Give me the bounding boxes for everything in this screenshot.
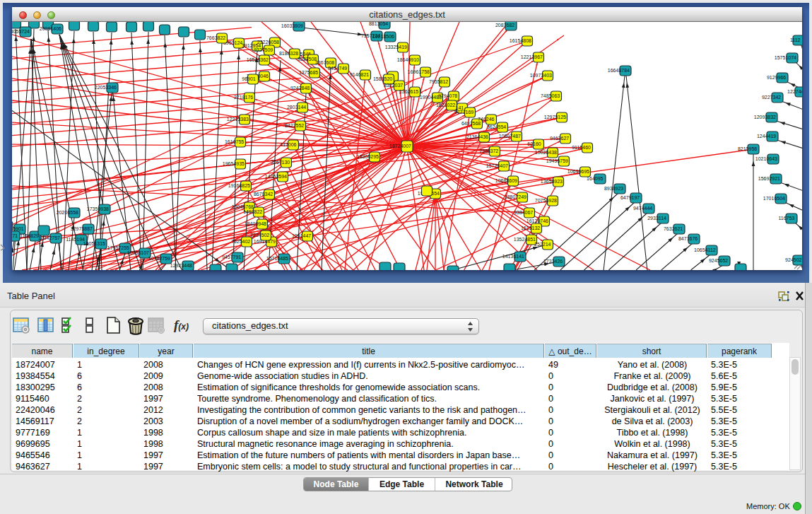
svg-text:7485063: 7485063	[541, 93, 560, 98]
svg-text:7955812: 7955812	[429, 79, 448, 84]
svg-text:14136141: 14136141	[502, 254, 524, 259]
svg-text:1493822: 1493822	[243, 209, 262, 214]
svg-text:9474444: 9474444	[633, 206, 652, 211]
svg-text:2367608: 2367608	[315, 60, 334, 65]
svg-text:15751074: 15751074	[775, 55, 796, 60]
svg-text:10973403: 10973403	[530, 73, 552, 78]
svg-text:9794078: 9794078	[438, 93, 457, 98]
svg-text:98901: 98901	[242, 76, 256, 81]
svg-text:1156829: 1156829	[20, 233, 39, 238]
svg-text:2087682: 2087682	[495, 23, 514, 28]
svg-text:10699695: 10699695	[567, 169, 589, 174]
svg-text:10782759: 10782759	[148, 256, 170, 261]
svg-text:16154808: 16154808	[510, 38, 531, 43]
svg-text:12213967: 12213967	[521, 54, 543, 59]
svg-text:16648784: 16648784	[608, 68, 630, 73]
svg-text:19654935: 19654935	[223, 161, 245, 166]
svg-text:10025438: 10025438	[535, 150, 557, 155]
svg-text:1615132: 1615132	[521, 226, 540, 230]
svg-text:8471676: 8471676	[678, 236, 698, 241]
svg-text:7234502: 7234502	[250, 233, 269, 238]
svg-text:15716485: 15716485	[266, 256, 288, 261]
svg-text:1145194: 1145194	[66, 237, 85, 242]
svg-text:8813054: 8813054	[369, 22, 388, 26]
svg-text:8454749: 8454749	[328, 66, 347, 71]
svg-text:1733426: 1733426	[543, 259, 563, 264]
svg-text:3915171: 3915171	[12, 233, 18, 238]
svg-text:2803144: 2803144	[287, 105, 306, 110]
svg-text:7625402: 7625402	[231, 239, 250, 244]
svg-text:20091406: 20091406	[40, 26, 61, 31]
svg-text:2718176: 2718176	[234, 95, 253, 100]
svg-text:8427552: 8427552	[285, 123, 304, 128]
svg-text:7663822: 7663822	[206, 35, 225, 40]
svg-text:16543362: 16543362	[247, 57, 269, 62]
svg-text:1244419: 1244419	[757, 134, 776, 139]
svg-text:9146821: 9146821	[350, 72, 369, 77]
svg-text:9457791: 9457791	[222, 255, 241, 259]
svg-text:70756928: 70756928	[535, 198, 557, 203]
svg-text:22053346: 22053346	[95, 85, 117, 90]
svg-text:8215958: 8215958	[738, 146, 757, 151]
svg-text:8186328: 8186328	[279, 51, 298, 56]
svg-text:9777169: 9777169	[454, 110, 473, 115]
svg-text:12093832: 12093832	[754, 115, 776, 119]
svg-text:14055724: 14055724	[12, 29, 30, 34]
svg-text:8678342: 8678342	[254, 192, 273, 197]
svg-text:9115460: 9115460	[572, 145, 591, 150]
svg-text:9129966: 9129966	[767, 75, 786, 80]
svg-text:1362615: 1362615	[399, 89, 418, 94]
svg-text:18640910: 18640910	[397, 57, 419, 62]
svg-text:9227342: 9227342	[762, 95, 781, 100]
svg-text:18409948: 18409948	[245, 221, 266, 226]
svg-text:924502: 924502	[785, 257, 801, 262]
svg-text:19166825: 19166825	[228, 183, 250, 188]
svg-text:12975125: 12975125	[544, 115, 566, 119]
svg-text:1375685: 1375685	[299, 70, 318, 75]
svg-text:17359938: 17359938	[87, 206, 109, 211]
svg-text:9384067: 9384067	[514, 210, 533, 215]
svg-text:8322037: 8322037	[384, 83, 403, 88]
svg-text:16961758: 16961758	[408, 69, 430, 74]
svg-text:10807487: 10807487	[499, 134, 521, 139]
svg-text:18724007: 18724007	[389, 144, 411, 148]
svg-text:20206558: 20206558	[57, 210, 78, 215]
svg-text:9242848: 9242848	[290, 86, 310, 90]
svg-text:19495759: 19495759	[546, 158, 568, 163]
svg-text:16033809: 16033809	[281, 23, 303, 28]
svg-text:8938923: 8938923	[604, 186, 623, 191]
svg-text:7386372: 7386372	[479, 148, 498, 153]
svg-text:6497568: 6497568	[461, 121, 481, 126]
svg-text:17957255: 17957255	[107, 245, 129, 250]
svg-text:9245652: 9245652	[709, 258, 728, 263]
svg-text:746246: 746246	[478, 117, 494, 122]
svg-text:9327508: 9327508	[298, 57, 317, 62]
svg-text:1621022: 1621022	[436, 103, 455, 107]
svg-text:2933114: 2933114	[647, 216, 666, 221]
svg-text:417006: 417006	[280, 142, 296, 147]
svg-text:23226058: 23226058	[257, 40, 279, 45]
svg-text:13524851: 13524851	[514, 237, 536, 242]
svg-text:15046768: 15046768	[232, 204, 254, 209]
svg-text:15051315: 15051315	[83, 241, 105, 246]
svg-text:62160: 62160	[527, 141, 541, 146]
svg-text:16120746: 16120746	[526, 218, 548, 223]
svg-text:15692921: 15692921	[758, 176, 780, 181]
svg-text:1112: 1112	[790, 37, 801, 42]
svg-text:13325419: 13325419	[385, 45, 407, 49]
svg-text:21364436: 21364436	[466, 134, 488, 139]
svg-text:11835901: 11835901	[12, 226, 24, 231]
svg-text:122744: 122744	[787, 89, 802, 94]
svg-text:18300295: 18300295	[357, 154, 379, 159]
svg-text:12213383: 12213383	[227, 117, 249, 122]
svg-text:9327509: 9327509	[254, 47, 273, 52]
svg-text:1610755: 1610755	[225, 139, 244, 144]
svg-text:3267130: 3267130	[271, 160, 290, 165]
svg-text:19218506: 19218506	[372, 34, 394, 39]
svg-text:10654112: 10654112	[694, 247, 716, 252]
svg-text:10688609: 10688609	[495, 178, 517, 183]
svg-text:14353594: 14353594	[265, 174, 287, 179]
svg-text:9463627: 9463627	[550, 136, 569, 141]
svg-text:1588520: 1588520	[373, 76, 392, 81]
svg-text:15720407: 15720407	[486, 163, 508, 168]
